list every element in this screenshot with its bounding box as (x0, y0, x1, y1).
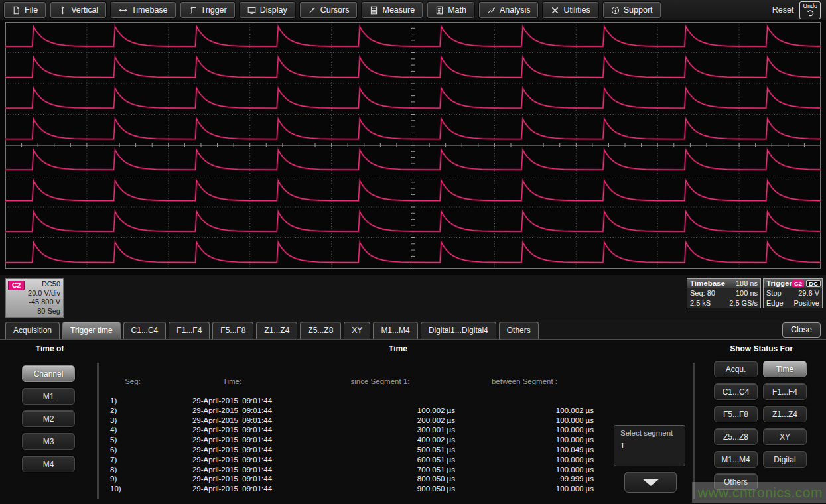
trigger-descriptor[interactable]: Trigger C2 DC Stop 29.6 V Edge Positive (763, 278, 823, 308)
table-cell: 29-April-2015 09:01:44 (159, 484, 305, 494)
trigger-type: Edge (766, 298, 784, 308)
show-status-button-c1-c4[interactable]: C1...C4 (714, 383, 758, 400)
tab-trigger-time[interactable]: Trigger time (62, 322, 121, 339)
math-icon (435, 6, 444, 15)
trigger-source-badge: C2 (792, 280, 804, 287)
select-segment-field[interactable]: Select segment 1 (614, 425, 685, 466)
time-of-button-m3[interactable]: M3 (22, 433, 75, 450)
time-of-title: Time of (0, 344, 100, 353)
time-of-button-m1[interactable]: M1 (22, 388, 75, 405)
menu-button-trigger[interactable]: Trigger (180, 2, 235, 18)
channel-segments: 80 Seg (9, 307, 60, 316)
tab-c1-c4[interactable]: C1...C4 (123, 322, 167, 339)
trigger-title: Trigger (766, 279, 792, 287)
menu-button-utilities[interactable]: Utilities (543, 2, 598, 18)
time-of-button-m4[interactable]: M4 (22, 456, 75, 472)
table-cell: 9) (106, 474, 159, 484)
timebase-delay: -188 ns (733, 279, 758, 287)
show-status-button-f5-f8[interactable]: F5...F8 (714, 406, 758, 422)
tab-xy[interactable]: XY (344, 322, 370, 339)
trigger-coupling-badge: DC (806, 280, 821, 287)
menu-button-label: Analysis (500, 5, 531, 15)
menu-button-measure[interactable]: Measure (362, 2, 423, 18)
trigger-row1: Stop 29.6 V (764, 288, 822, 298)
table-cell: 100.000 µs (455, 484, 594, 494)
trigger-badges: C2 DC (792, 280, 821, 287)
table-cell: 10) (106, 484, 159, 494)
segment-down-button[interactable] (624, 472, 677, 493)
chevron-down-icon (642, 479, 659, 486)
table-cell: 7) (106, 455, 159, 465)
tab-f5-f8[interactable]: F5...F8 (212, 322, 253, 339)
show-status-button-m1-m4[interactable]: M1...M4 (714, 451, 758, 468)
column-header: Seg: (106, 377, 159, 385)
table-cell: 400.002 µs (305, 435, 455, 445)
table-cell: 500.051 µs (305, 445, 455, 455)
waveform-svg (5, 22, 821, 269)
menu-button-display[interactable]: Display (240, 2, 295, 18)
tab-z5-z8[interactable]: Z5...Z8 (300, 322, 341, 339)
watermark-text: www.cntronics.com (698, 485, 823, 501)
show-status-title: Show Status For (697, 344, 826, 353)
table-cell (305, 396, 455, 406)
display-icon (247, 6, 256, 15)
close-button[interactable]: Close (782, 322, 821, 338)
menu-button-math[interactable]: Math (427, 2, 474, 18)
undo-button[interactable]: Undo (799, 1, 821, 19)
table-row: 4)29-April-2015 09:01:44300.001 µs100.00… (106, 425, 690, 435)
scope-display (0, 20, 826, 275)
show-status-button-z1-z4[interactable]: Z1...Z4 (763, 406, 807, 422)
menu-button-support[interactable]: Support (603, 2, 661, 18)
file-icon (12, 6, 21, 15)
tab-others[interactable]: Others (499, 322, 539, 339)
undo-icon (806, 9, 815, 18)
table-row: 8)29-April-2015 09:01:44700.051 µs100.00… (106, 465, 690, 475)
show-status-button-f1-f4[interactable]: F1...F4 (763, 383, 807, 400)
menu-items: FileVerticalTimebaseTriggerDisplayCursor… (4, 2, 661, 18)
table-cell: 100.049 µs (455, 445, 594, 455)
table-row: 5)29-April-2015 09:01:44400.002 µs100.00… (106, 435, 690, 445)
tab-z1-z4[interactable]: Z1...Z4 (256, 322, 297, 339)
timebase-descriptor[interactable]: Timebase -188 ns Seq: 80 100 ns 2.5 kS 2… (687, 278, 761, 308)
undo-button-label: Undo (803, 3, 817, 9)
time-of-button-channel[interactable]: Channel (22, 365, 75, 382)
support-icon (611, 6, 620, 15)
menu-button-analysis[interactable]: Analysis (479, 2, 539, 18)
show-status-button-z5-z8[interactable]: Z5...Z8 (714, 428, 758, 445)
table-cell: 800.050 µs (305, 474, 455, 484)
show-status-button-acqu-[interactable]: Acqu. (714, 361, 758, 377)
waveform-display[interactable] (5, 22, 821, 269)
reset-button[interactable]: Reset (772, 5, 794, 15)
tab-f1-f4[interactable]: F1...F4 (169, 322, 210, 339)
measure-icon (370, 6, 378, 15)
table-cell: 300.001 µs (305, 425, 455, 435)
menu-button-cursors[interactable]: Cursors (300, 2, 358, 18)
show-status-button-xy[interactable]: XY (763, 428, 807, 445)
cursors-icon (308, 6, 316, 15)
vertical-icon (58, 6, 67, 15)
show-status-button-digital[interactable]: Digital (763, 451, 807, 468)
column-header: between Segment : (455, 377, 594, 385)
menu-button-vertical[interactable]: Vertical (50, 2, 106, 18)
menu-button-timebase[interactable]: Timebase (111, 2, 175, 18)
show-status-button-time[interactable]: Time (763, 361, 807, 377)
menu-button-label: Vertical (71, 5, 98, 15)
table-row: 6)29-April-2015 09:01:44500.051 µs100.04… (106, 445, 690, 455)
timebase-rate: 2.5 GS/s (729, 298, 758, 308)
menu-button-file[interactable]: File (4, 2, 46, 18)
tab-m1-m4[interactable]: M1...M4 (373, 322, 417, 339)
trigger-row2: Edge Positive (764, 298, 822, 308)
table-cell: 700.051 µs (305, 465, 455, 475)
time-of-button-m2[interactable]: M2 (22, 410, 75, 427)
tab-acquisition[interactable]: Acquisition (5, 322, 60, 339)
show-status-buttons: Acqu.TimeC1...C4F1...F4F5...F8Z1...Z4Z5.… (714, 361, 811, 490)
time-table: Seg:Time:since Segment 1:between Segment… (106, 340, 690, 503)
menu-button-label: Cursors (320, 5, 350, 15)
table-row: 7)29-April-2015 09:01:44600.051 µs100.00… (106, 455, 690, 465)
menu-right-group: Reset Undo (772, 1, 822, 19)
menu-button-label: Display (260, 5, 287, 15)
timebase-samples: 2.5 kS (690, 298, 711, 308)
column-header: since Segment 1: (305, 377, 455, 385)
channel-descriptor-c2[interactable]: C2 DC50 20.0 V/div -45.800 V 80 Seg (5, 278, 64, 318)
tab-digital1-digital4[interactable]: Digital1...Digital4 (421, 322, 496, 339)
